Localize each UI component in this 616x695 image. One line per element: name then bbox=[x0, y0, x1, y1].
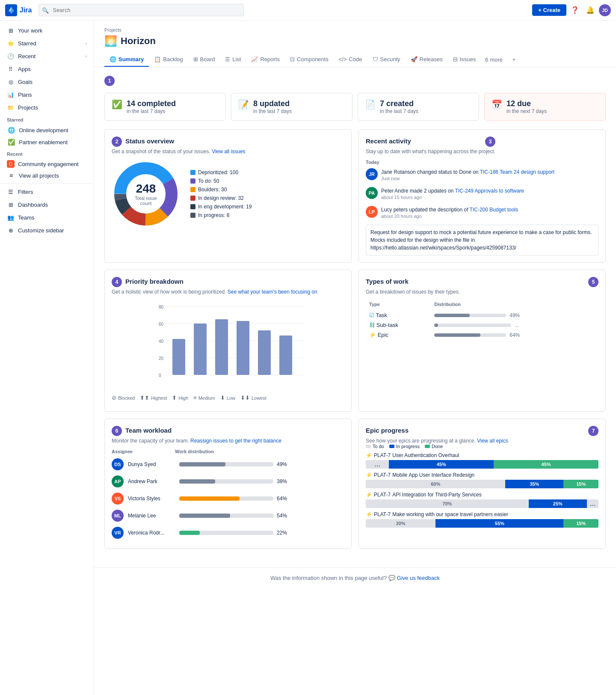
stat-due: 📅 12 due in the next 7 days bbox=[484, 93, 606, 121]
activity-time-2: about 20 hours ago bbox=[381, 214, 518, 219]
search-bar[interactable]: 🔍 bbox=[38, 4, 244, 16]
view-all-projects[interactable]: ≡ View all projects bbox=[0, 169, 94, 181]
tab-board[interactable]: ⊞ Board bbox=[188, 53, 220, 67]
types-cell-task-dist: 49% bbox=[431, 310, 598, 320]
epic-card-title: Epic progress bbox=[366, 427, 409, 434]
epic-seg-1-done: 15% bbox=[563, 480, 598, 488]
recent-project-community[interactable]: C Community engagement bbox=[0, 158, 94, 169]
assignee-name-3: Melanie Lee bbox=[128, 513, 175, 519]
types-col-type: Type bbox=[366, 300, 431, 310]
activity-ticket-link-0[interactable]: TIC-186 Team 24 design support bbox=[480, 169, 555, 175]
legend-highest: ⬆⬆ Highest bbox=[140, 395, 167, 401]
epic-title-1: ⚡ PLAT-7 Mobile App User Interface Redes… bbox=[366, 472, 598, 478]
activity-time-1: about 15 hours ago bbox=[381, 195, 524, 200]
recent-activity-card: Recent activity 3 Stay up to date with w… bbox=[358, 129, 606, 263]
feedback-text: Was the information shown in this page u… bbox=[270, 575, 387, 581]
priority-card-desc: Get a holistic view of how work is being… bbox=[112, 289, 344, 295]
project-title-row: 🌅 Horizon bbox=[104, 35, 606, 47]
starred-project-partner[interactable]: ✅ Partner enablement bbox=[0, 136, 94, 148]
stat-updated-sub: in the last 7 days bbox=[253, 108, 292, 114]
team-workload-card: 6 Team workload Monitor the capacity of … bbox=[104, 419, 352, 549]
activity-date-label: Today bbox=[366, 160, 598, 165]
step-num-3: 3 bbox=[485, 137, 495, 147]
donut-total: 248 bbox=[129, 182, 163, 196]
workload-pct-1: 38% bbox=[277, 478, 292, 484]
assignee-row-1: AP Andrew Park 38% bbox=[112, 473, 344, 490]
activity-ticket-link-1[interactable]: TIC-249 Approvals to software bbox=[455, 188, 524, 194]
assignee-row-3: ML Melanie Lee 54% bbox=[112, 507, 344, 524]
priority-bar-chart-svg: 80 60 40 20 0 bbox=[112, 304, 344, 390]
status-card-header: 2 Status overview Get a snapshot of the … bbox=[112, 137, 344, 154]
online-dev-label: Online development bbox=[19, 127, 68, 134]
status-overview-card: 2 Status overview Get a snapshot of the … bbox=[104, 129, 352, 263]
tab-reports[interactable]: 📈 Reports bbox=[246, 53, 285, 67]
task-progress-bg bbox=[434, 314, 506, 317]
sidebar-item-dashboards[interactable]: ⊞ Dashboards bbox=[0, 198, 94, 211]
create-button[interactable]: + Create bbox=[532, 4, 566, 16]
legend-inprogress: In progress: 8 bbox=[190, 212, 252, 218]
sidebar-item-customize[interactable]: ⊕ Customize sidebar bbox=[0, 224, 94, 237]
avatar[interactable]: JD bbox=[599, 4, 611, 16]
subtask-progress-wrap: ... bbox=[434, 322, 520, 328]
types-cell-epic-dist: 64% bbox=[431, 330, 598, 340]
sidebar-label-starred: Starred bbox=[18, 40, 82, 47]
legend-lowest: ⬇⬇ Lowest bbox=[240, 395, 267, 401]
sidebar-item-apps[interactable]: ⠿ Apps bbox=[0, 62, 94, 75]
row-workload-epics: 6 Team workload Monitor the capacity of … bbox=[104, 419, 606, 549]
sidebar-item-goals[interactable]: ◎ Goals bbox=[0, 75, 94, 88]
search-input[interactable] bbox=[38, 4, 244, 16]
workload-bar-bg-2 bbox=[179, 496, 273, 501]
tab-list[interactable]: ☰ List bbox=[220, 53, 246, 67]
feedback-link[interactable]: 💬 Give us feedback bbox=[388, 575, 440, 581]
starred-project-online-dev[interactable]: 🌐 Online development bbox=[0, 124, 94, 136]
tab-code[interactable]: </> Code bbox=[334, 53, 367, 67]
legend-blocked: ⊘ Blocked bbox=[112, 395, 135, 401]
stat-created-sub: in the last 7 days bbox=[380, 108, 418, 114]
sidebar-label-projects: Projects bbox=[18, 104, 87, 111]
stat-updated: 📝 8 updated in the last 7 days bbox=[231, 93, 352, 121]
tab-reports-icon: 📈 bbox=[251, 56, 258, 62]
blocked-shape-icon: ⊘ bbox=[112, 395, 116, 401]
activity-item-0: JR Jane Rotanson changed status to Done … bbox=[366, 168, 598, 181]
sidebar-item-starred[interactable]: ⭐ Starred › bbox=[0, 37, 94, 50]
tab-backlog-icon: 📋 bbox=[154, 56, 161, 62]
priority-card-link[interactable]: See what your team's been focusing on bbox=[228, 289, 317, 295]
sidebar-item-recent[interactable]: 🕐 Recent › bbox=[0, 50, 94, 62]
view-all-issues-link[interactable]: View all issues bbox=[212, 149, 245, 154]
types-cell-epic: ⚡ Epic bbox=[366, 330, 431, 340]
tab-more[interactable]: 6 more bbox=[481, 53, 506, 66]
sidebar-item-filters[interactable]: ☰ Filters bbox=[0, 185, 94, 198]
search-icon: 🔍 bbox=[42, 7, 49, 13]
tab-components[interactable]: ⊡ Components bbox=[285, 53, 334, 67]
legend-deprioritized: Deprioritized: 100 bbox=[190, 169, 252, 175]
sidebar-item-plans[interactable]: 📊 Plans bbox=[0, 88, 94, 101]
epic-bar-2: 70% 25% … bbox=[366, 499, 598, 508]
epic-seg-2-todo: 70% bbox=[366, 499, 529, 508]
sidebar-item-your-work[interactable]: ⊞ Your work bbox=[0, 24, 94, 37]
tab-add-button[interactable]: ＋ bbox=[507, 52, 521, 67]
tab-summary[interactable]: 🌐 Summary bbox=[104, 53, 149, 67]
tab-issues[interactable]: ⊟ Issues bbox=[448, 53, 481, 67]
activity-content-0: Jane Rotanson changed status to Done on … bbox=[381, 168, 554, 181]
view-all-epics-link[interactable]: View all epics bbox=[477, 438, 508, 444]
chevron-right-icon-recent: › bbox=[86, 54, 87, 59]
tab-backlog[interactable]: 📋 Backlog bbox=[149, 53, 188, 67]
tab-security[interactable]: 🛡 Security bbox=[367, 53, 406, 67]
tab-components-icon: ⊡ bbox=[290, 56, 295, 62]
epic-row-2: ⚡ PLAT-7 API Integration for Third-Party… bbox=[366, 492, 598, 508]
tab-releases[interactable]: 🚀 Releases bbox=[406, 53, 448, 67]
app-logo[interactable]: Jira bbox=[5, 4, 32, 16]
subtask-progress-label: ... bbox=[515, 322, 519, 328]
sidebar-item-projects[interactable]: 📁 Projects bbox=[0, 101, 94, 114]
step-num-7: 7 bbox=[588, 426, 598, 436]
help-button[interactable]: ❓ bbox=[568, 3, 582, 17]
sidebar-divider bbox=[0, 183, 94, 184]
activity-ticket-link-2[interactable]: TIC-200 Budget tools bbox=[470, 207, 518, 213]
notifications-button[interactable]: 🔔 bbox=[583, 3, 597, 17]
workload-bar-wrap-2: 64% bbox=[179, 496, 344, 502]
types-card-title: Types of work bbox=[366, 278, 409, 285]
workload-card-link[interactable]: Reassign issues to get the right balance bbox=[190, 438, 281, 444]
sidebar-item-teams[interactable]: 👥 Teams bbox=[0, 211, 94, 224]
sidebar-label-customize: Customize sidebar bbox=[18, 227, 87, 234]
sidebar-label-recent: Recent bbox=[18, 53, 82, 59]
